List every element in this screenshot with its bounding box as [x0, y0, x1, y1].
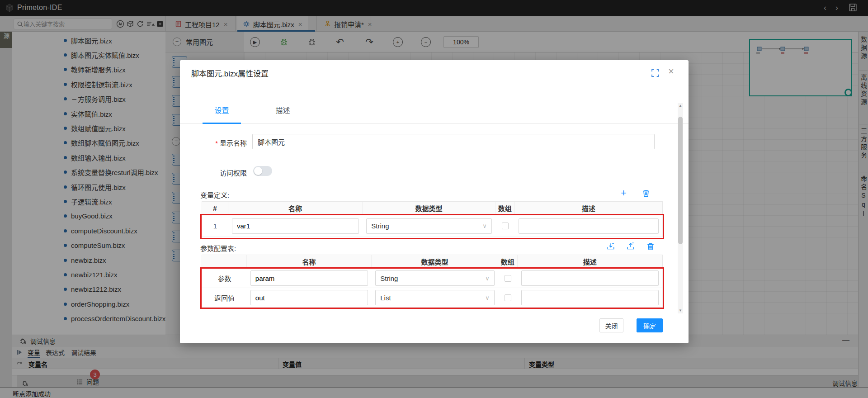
column-header: 名称: [228, 202, 363, 215]
table-row: 参数 String∨: [202, 269, 663, 288]
access-permission-toggle[interactable]: [253, 166, 272, 176]
column-header: 数据类型: [363, 202, 495, 215]
return-desc-input[interactable]: [521, 290, 659, 305]
export-params-icon[interactable]: [627, 242, 635, 251]
variable-name-input[interactable]: [232, 218, 359, 234]
table-row: 1 String∨: [202, 215, 663, 237]
column-header: #: [202, 202, 228, 215]
column-header: 数组: [498, 255, 518, 268]
chevron-down-icon: ∨: [485, 275, 490, 282]
params-table-header: 名称 数据类型 数组 描述: [202, 255, 663, 269]
expand-icon[interactable]: [651, 69, 659, 77]
table-row: 返回值 List∨: [202, 288, 663, 308]
row-index: 1: [202, 215, 228, 237]
chevron-down-icon: ∨: [482, 223, 487, 229]
properties-dialog: 脚本图元.bizx属性设置 × 设置 描述 *显示名称 访问权限 变量定义: +…: [180, 60, 689, 343]
required-mark: *: [215, 139, 218, 147]
app-window: Primeton-IDE ‹ ›: [0, 0, 868, 398]
variable-array-checkbox[interactable]: [502, 223, 509, 229]
param-array-checkbox[interactable]: [505, 275, 511, 282]
param-type-select[interactable]: String∨: [375, 270, 494, 286]
variable-desc-input[interactable]: [519, 218, 659, 234]
delete-variable-icon[interactable]: [642, 189, 650, 197]
params-table: 名称 数据类型 数组 描述 参数 String∨ 返回值 List∨: [202, 255, 663, 308]
return-type-select[interactable]: List∨: [375, 290, 494, 305]
column-header: 数据类型: [372, 255, 498, 268]
param-desc-input[interactable]: [521, 270, 659, 286]
confirm-button[interactable]: 确定: [637, 318, 663, 332]
toggle-knob: [254, 167, 262, 175]
row-kind-label: 参数: [202, 269, 247, 288]
close-button[interactable]: 关闭: [599, 318, 623, 332]
params-section-label: 参数配置表:: [200, 243, 236, 253]
scroll-up-icon[interactable]: ▲: [678, 103, 683, 109]
access-permission-label: 访问权限: [180, 168, 247, 177]
return-name-input[interactable]: [250, 290, 368, 305]
scroll-down-icon[interactable]: ▼: [678, 308, 683, 313]
variable-type-select[interactable]: String∨: [366, 218, 491, 234]
column-header: 数组: [495, 202, 515, 215]
dialog-tab-description[interactable]: 描述: [264, 104, 302, 121]
display-name-input[interactable]: [252, 134, 655, 149]
param-name-input[interactable]: [250, 270, 368, 286]
active-dialog-tab-underline: [203, 123, 241, 124]
scrollbar-thumb[interactable]: [678, 117, 683, 244]
column-header: 描述: [515, 202, 662, 215]
row-kind-label: 返回值: [202, 288, 247, 307]
add-variable-icon[interactable]: +: [621, 187, 627, 199]
column-header: [202, 255, 247, 268]
variables-section-label: 变量定义:: [200, 190, 229, 199]
import-params-icon[interactable]: [607, 242, 615, 251]
close-icon[interactable]: ×: [668, 66, 674, 77]
divider: [180, 123, 689, 124]
variables-table: # 名称 数据类型 数组 描述 1 String∨: [202, 201, 663, 237]
delete-params-icon[interactable]: [646, 242, 655, 251]
dialog-title: 脚本图元.bizx属性设置: [191, 67, 269, 79]
return-array-checkbox[interactable]: [505, 294, 511, 301]
dialog-tab-settings[interactable]: 设置: [203, 104, 241, 121]
variables-table-header: # 名称 数据类型 数组 描述: [202, 201, 663, 215]
chevron-down-icon: ∨: [485, 294, 490, 301]
column-header: 描述: [518, 255, 662, 268]
column-header: 名称: [247, 255, 372, 268]
display-name-label: *显示名称: [180, 138, 247, 147]
